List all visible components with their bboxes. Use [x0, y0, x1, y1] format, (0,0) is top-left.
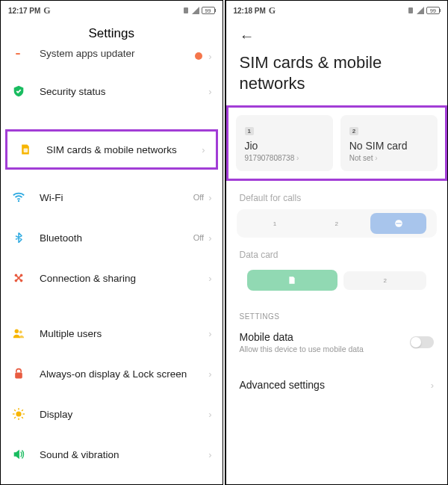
chevron-icon: ›	[208, 368, 211, 380]
svg-rect-10	[15, 372, 22, 378]
settings-item-connection-sharing[interactable]: Connection & sharing ›	[1, 258, 223, 298]
sim-status-icon	[182, 7, 190, 14]
svg-line-18	[14, 417, 16, 418]
mobile-data-toggle[interactable]	[410, 336, 434, 348]
battery-icon: 99	[202, 7, 215, 14]
settings-item-notifications[interactable]: Notifications & Control centre ›	[1, 475, 223, 485]
data-card-selector[interactable]: 2	[237, 266, 438, 294]
settings-item-wifi[interactable]: Wi-Fi Off ›	[1, 177, 223, 217]
settings-item-multiple-users[interactable]: Multiple users ›	[1, 313, 223, 353]
chevron-icon: ›	[431, 380, 434, 391]
notifications-icon	[11, 482, 26, 485]
chevron-icon: ›	[202, 144, 205, 155]
svg-rect-1	[16, 53, 20, 55]
wifi-icon	[11, 190, 26, 205]
chevron-icon: ›	[208, 273, 211, 284]
updater-icon	[11, 49, 26, 64]
back-button[interactable]: ←	[226, 17, 448, 49]
status-time: 12:18 PM	[234, 7, 266, 15]
svg-point-4	[15, 274, 18, 277]
data-option-2[interactable]: 2	[343, 271, 426, 290]
sharing-icon	[11, 271, 26, 285]
settings-screen: 12:17 PM G 99 Settings System apps updat…	[0, 0, 223, 485]
sim-name: Jio	[245, 140, 324, 152]
settings-item-bluetooth[interactable]: Bluetooth Off ›	[1, 217, 223, 258]
calls-option-ask[interactable]	[370, 213, 426, 234]
lock-icon	[11, 366, 26, 381]
chevron-icon: ›	[208, 449, 211, 460]
signal-icon	[417, 7, 424, 14]
default-calls-selector[interactable]: 1 2	[237, 209, 438, 238]
settings-item-security-status[interactable]: Security status ›	[1, 71, 223, 111]
chevron-icon: ›	[208, 192, 211, 203]
sim-badge: 1	[245, 127, 254, 135]
chevron-icon: ›	[208, 232, 211, 244]
sim-status-icon	[407, 7, 414, 14]
svg-point-7	[20, 279, 23, 282]
default-calls-label: Default for calls	[226, 181, 448, 209]
chevron-icon: ›	[208, 51, 211, 62]
svg-line-16	[14, 410, 16, 411]
chevron-icon: ›	[208, 328, 211, 339]
data-card-label: Data card	[226, 238, 448, 266]
badge-dot	[195, 52, 202, 60]
settings-item-always-on-display[interactable]: Always-on display & Lock screen ›	[1, 353, 223, 394]
settings-item-sim-cards[interactable]: SIM cards & mobile networks ›	[5, 129, 218, 170]
svg-point-5	[20, 274, 23, 277]
bluetooth-status: Off	[193, 233, 204, 242]
chevron-icon: ›	[208, 86, 211, 97]
mobile-data-title: Mobile data	[240, 331, 411, 343]
sim-networks-screen: 12:18 PM G 99 ← SIM cards & mobile netwo…	[225, 0, 449, 485]
calls-option-2[interactable]: 2	[308, 214, 364, 233]
svg-point-9	[19, 330, 22, 333]
mobile-data-row[interactable]: Mobile data Allow this device to use mob…	[226, 327, 448, 364]
sim-number: 917907808738	[245, 154, 324, 162]
page-title: Settings	[1, 17, 223, 49]
sim-status: Not set	[349, 154, 429, 162]
google-icon: G	[269, 5, 276, 16]
battery-icon: 99	[426, 7, 440, 14]
svg-point-6	[15, 279, 18, 282]
mobile-data-sub: Allow this device to use mobile data	[240, 345, 411, 353]
sim-icon	[18, 142, 33, 157]
users-icon	[11, 326, 26, 341]
display-icon	[11, 407, 26, 421]
sim-badge: 2	[349, 127, 358, 135]
svg-line-17	[22, 417, 23, 418]
data-option-1[interactable]	[247, 270, 338, 291]
status-time: 12:17 PM	[8, 7, 40, 15]
signal-icon	[192, 7, 199, 14]
sim-card-1[interactable]: 1 Jio 917907808738	[236, 115, 333, 171]
settings-section-header: SETTINGS	[226, 294, 448, 327]
svg-point-11	[16, 411, 21, 416]
sim-cards-container: 1 Jio 917907808738 2 No SIM card Not set	[226, 105, 448, 181]
calls-option-1[interactable]: 1	[247, 214, 303, 233]
bluetooth-icon	[11, 230, 26, 245]
sim-name: No SIM card	[349, 140, 429, 152]
arrow-left-icon: ←	[240, 28, 255, 44]
sound-icon	[11, 447, 26, 462]
settings-item-sound[interactable]: Sound & vibration ›	[1, 434, 223, 475]
shield-icon	[11, 84, 26, 99]
svg-rect-0	[184, 7, 188, 13]
settings-item-display[interactable]: Display ›	[1, 394, 223, 434]
page-title: SIM cards & mobile networks	[226, 49, 448, 105]
svg-line-19	[22, 410, 23, 411]
svg-rect-24	[408, 7, 413, 13]
settings-item-system-apps-updater[interactable]: System apps updater ›	[1, 49, 223, 71]
svg-point-8	[15, 330, 19, 333]
sim-card-2[interactable]: 2 No SIM card Not set	[340, 115, 438, 171]
svg-point-3	[18, 200, 19, 202]
svg-rect-2	[24, 148, 28, 152]
advanced-settings-row[interactable]: Advanced settings ›	[226, 364, 448, 391]
status-bar: 12:17 PM G 99	[1, 1, 223, 17]
chevron-icon: ›	[208, 409, 211, 420]
wifi-status: Off	[193, 193, 204, 202]
status-bar: 12:18 PM G 99	[226, 1, 448, 17]
google-icon: G	[43, 5, 50, 16]
